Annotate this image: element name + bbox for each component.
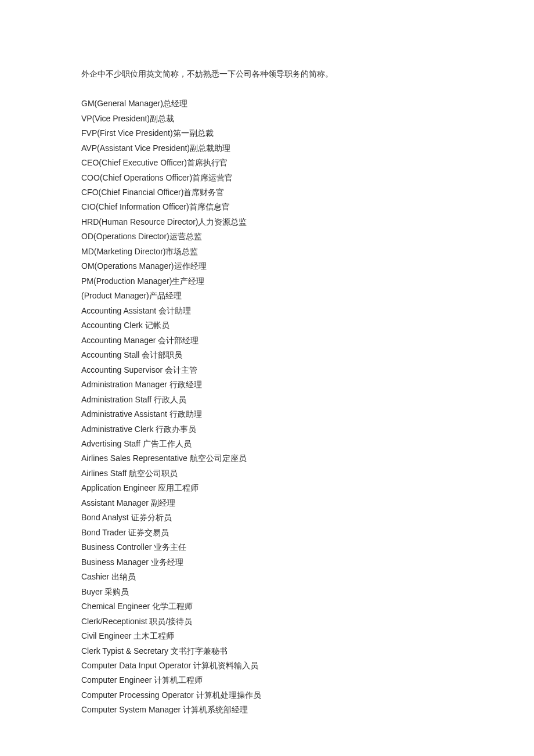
list-item: Airlines Staff 航空公司职员 [81,466,464,481]
list-item: Airlines Sales Representative 航空公司定座员 [81,451,464,466]
list-item: Bond Analyst 证券分析员 [81,510,464,525]
list-item: Accounting Manager 会计部经理 [81,333,464,348]
list-item: Clerk/Receptionist 职员/接待员 [81,614,464,629]
list-item: Computer Data Input Operator 计算机资料输入员 [81,658,464,673]
list-item: FVP(First Vice President)第一副总裁 [81,126,464,141]
list-item: Administration Manager 行政经理 [81,377,464,392]
list-item: Civil Engineer 土木工程师 [81,629,464,643]
list-item: Bond Trader 证券交易员 [81,525,464,540]
list-item: Accounting Assistant 会计助理 [81,304,464,318]
list-item: Administrative Assistant 行政助理 [81,407,464,422]
list-item: HRD(Human Resource Director)人力资源总监 [81,215,464,229]
list-item: OM(Operations Manager)运作经理 [81,259,464,273]
list-item: Accounting Stall 会计部职员 [81,348,464,362]
document-page: 外企中不少职位用英文简称，不妨熟悉一下公司各种领导职务的简称。 GM(Gener… [0,0,534,753]
list-item: Computer Processing Operator 计算机处理操作员 [81,688,464,703]
list-item: VP(Vice President)副总裁 [81,111,464,126]
list-item: (Product Manager)产品经理 [81,289,464,303]
list-item: Buyer 采购员 [81,585,464,599]
list-item: Chemical Engineer 化学工程师 [81,599,464,614]
list-item: Business Controller 业务主任 [81,540,464,555]
list-item: Accounting Supervisor 会计主管 [81,363,464,377]
list-item: CEO(Chief Executive Officer)首席执行官 [81,156,464,170]
list-item: GM(General Manager)总经理 [81,96,464,111]
list-item: PM(Production Manager)生产经理 [81,274,464,289]
list-item: Advertising Staff 广告工作人员 [81,437,464,451]
list-item: CFO(Chief Financial Officer)首席财务官 [81,185,464,200]
list-item: COO(Chief Operations Officer)首席运营官 [81,171,464,185]
list-item: Application Engineer 应用工程师 [81,481,464,495]
list-item: Business Manager 业务经理 [81,555,464,570]
list-item: Administrative Clerk 行政办事员 [81,422,464,437]
list-item: Clerk Typist & Secretary 文书打字兼秘书 [81,644,464,658]
intro-paragraph: 外企中不少职位用英文简称，不妨熟悉一下公司各种领导职务的简称。 [81,67,464,81]
list-item: Administration Staff 行政人员 [81,393,464,407]
list-item: OD(Operations Director)运营总监 [81,229,464,244]
list-item: Accounting Clerk 记帐员 [81,318,464,333]
list-item: MD(Marketing Director)市场总监 [81,244,464,259]
list-item: Cashier 出纳员 [81,570,464,584]
list-item: Computer Engineer 计算机工程师 [81,673,464,687]
list-item: CIO(Chief Information Officer)首席信息官 [81,200,464,214]
job-titles-list: GM(General Manager)总经理VP(Vice President)… [81,96,464,718]
list-item: Assistant Manager 副经理 [81,496,464,510]
list-item: AVP(Assistant Vice President)副总裁助理 [81,141,464,156]
list-item: Computer System Manager 计算机系统部经理 [81,703,464,717]
